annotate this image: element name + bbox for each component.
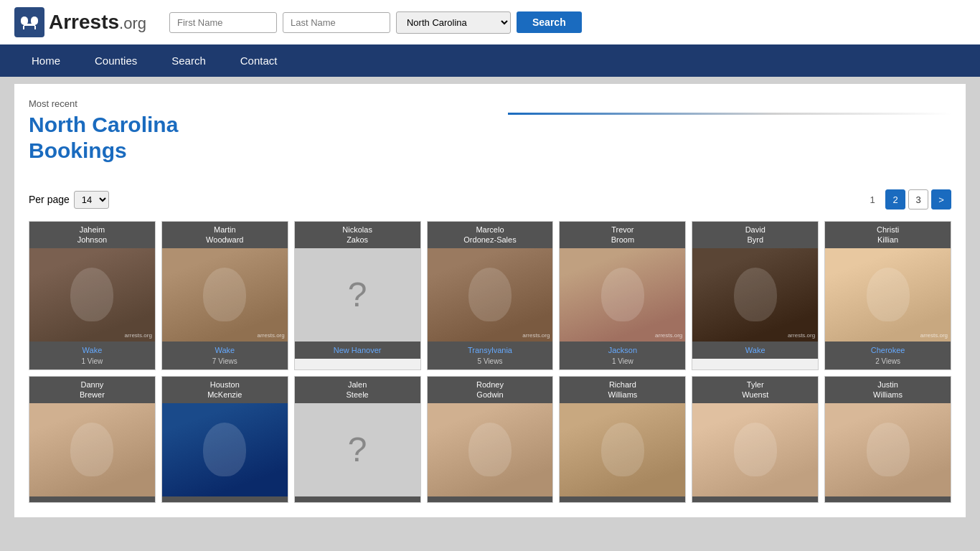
search-form: North CarolinaAlabamaAlaskaArizonaArkans… — [169, 11, 966, 34]
booking-card-david-byrd[interactable]: DavidByrd arrests.org Wake — [692, 221, 819, 370]
card-name: DannyBrewer — [29, 377, 155, 403]
nav-search[interactable]: Search — [154, 44, 223, 77]
card-name: MartinWoodward — [162, 222, 288, 248]
bookings-grid: JaheimJohnson arrests.org Wake 1 View Ma… — [29, 221, 951, 503]
booking-card-jaheim-johnson[interactable]: JaheimJohnson arrests.org Wake 1 View — [29, 221, 156, 370]
mugshot-photo — [560, 403, 685, 496]
per-page-area: Per page 7 14 21 28 — [29, 191, 109, 209]
svg-rect-4 — [34, 26, 36, 29]
card-footer — [428, 496, 553, 502]
booking-card-danny-brewer[interactable]: DannyBrewer — [29, 376, 156, 503]
card-footer: Transylvania 5 Views — [428, 342, 553, 370]
mugshot-photo — [428, 403, 553, 496]
site-header: Arrests.org North CarolinaAlabamaAlaskaA… — [0, 0, 980, 44]
booking-card-tyler-wuenst[interactable]: TylerWuenst — [692, 376, 819, 503]
controls-bar: Per page 7 14 21 28 1 2 3 > — [29, 189, 951, 209]
mugshot-photo: arrests.org — [692, 248, 818, 342]
page-2-button[interactable]: 2 — [885, 189, 905, 209]
card-footer: Cherokee 2 Views — [825, 342, 951, 370]
booking-card-houston-mckenzie[interactable]: HoustonMcKenzie — [161, 376, 288, 503]
views-count: 7 Views — [164, 356, 286, 367]
county-link[interactable]: Wake — [164, 344, 286, 357]
nav-home[interactable]: Home — [14, 44, 77, 77]
mugshot-photo: arrests.org — [560, 248, 685, 342]
main-nav: HomeCountiesSearchContact — [0, 44, 980, 77]
logo-text: Arrests.org — [49, 11, 146, 34]
mugshot-photo: arrests.org — [162, 248, 288, 342]
card-name: RichardWilliams — [560, 377, 685, 403]
card-name: ChristiKillian — [825, 222, 951, 248]
mugshot-photo — [29, 403, 155, 496]
search-button[interactable]: Search — [517, 11, 582, 33]
mugshot-placeholder: ? — [295, 248, 420, 342]
mugshot-photo: arrests.org — [29, 248, 155, 342]
views-count: 1 View — [32, 356, 153, 367]
state-select[interactable]: North CarolinaAlabamaAlaskaArizonaArkans… — [396, 11, 511, 34]
mugshot-photo — [692, 403, 818, 496]
card-name: TrevorBroom — [560, 222, 685, 248]
card-name: TylerWuenst — [692, 377, 818, 403]
nav-counties[interactable]: Counties — [77, 44, 154, 77]
most-recent-label: Most recent — [29, 98, 178, 109]
county-link[interactable]: New Hanover — [297, 344, 418, 357]
mugshot-photo — [825, 403, 951, 496]
nav-contact[interactable]: Contact — [223, 44, 295, 77]
per-page-label: Per page — [29, 194, 70, 205]
county-link[interactable]: Wake — [694, 344, 816, 357]
card-footer — [162, 496, 288, 502]
booking-card-christi-killian[interactable]: ChristiKillian arrests.org Cherokee 2 Vi… — [824, 221, 951, 370]
views-count: 5 Views — [430, 356, 551, 367]
booking-card-martin-woodward[interactable]: MartinWoodward arrests.org Wake 7 Views — [161, 221, 288, 370]
views-count: 1 View — [562, 356, 683, 367]
svg-rect-2 — [24, 24, 35, 26]
mugshot-photo — [162, 403, 288, 496]
mugshot-photo: arrests.org — [428, 248, 553, 342]
card-footer — [825, 496, 951, 502]
card-footer — [295, 496, 420, 502]
booking-card-jalen-steele[interactable]: JalenSteele ? — [294, 376, 421, 503]
booking-card-richard-williams[interactable]: RichardWilliams — [559, 376, 686, 503]
card-name: DavidByrd — [692, 222, 818, 248]
county-link[interactable]: Cherokee — [827, 344, 948, 357]
booking-card-trevor-broom[interactable]: TrevorBroom arrests.org Jackson 1 View — [559, 221, 686, 370]
booking-card-marcelo-ordonez-sales[interactable]: MarceloOrdonez-Sales arrests.org Transyl… — [427, 221, 554, 370]
main-content: Most recent North CarolinaBookings Per p… — [14, 84, 966, 517]
booking-card-nickolas-zakos[interactable]: NickolasZakos ? New Hanover — [294, 221, 421, 370]
card-name: JalenSteele — [295, 377, 420, 403]
per-page-select[interactable]: 7 14 21 28 — [74, 191, 109, 209]
card-footer: Wake 1 View — [29, 342, 155, 370]
card-footer: Wake — [692, 342, 818, 359]
county-link[interactable]: Jackson — [562, 344, 683, 357]
card-name: JaheimJohnson — [29, 222, 155, 248]
card-footer — [692, 496, 818, 502]
card-name: RodneyGodwin — [428, 377, 553, 403]
card-footer: New Hanover — [295, 342, 420, 359]
card-name: NickolasZakos — [295, 222, 420, 248]
logo-area[interactable]: Arrests.org — [14, 7, 146, 37]
card-name: JustinWilliams — [825, 377, 951, 403]
card-footer: Jackson 1 View — [560, 342, 685, 370]
page-title: North CarolinaBookings — [29, 112, 178, 164]
card-name: HoustonMcKenzie — [162, 377, 288, 403]
card-name: MarceloOrdonez-Sales — [428, 222, 553, 248]
page-1-plain: 1 — [862, 189, 882, 209]
page-3-button[interactable]: 3 — [908, 189, 928, 209]
county-link[interactable]: Wake — [32, 344, 153, 357]
page-next-button[interactable]: > — [931, 189, 951, 209]
county-link[interactable]: Transylvania — [430, 344, 551, 357]
first-name-input[interactable] — [169, 12, 277, 33]
booking-card-justin-williams[interactable]: JustinWilliams — [824, 376, 951, 503]
views-count: 2 Views — [827, 356, 948, 367]
mugshot-photo: arrests.org — [825, 248, 951, 342]
card-footer — [29, 496, 155, 502]
pagination: 1 2 3 > — [862, 189, 951, 209]
card-footer — [560, 496, 685, 502]
svg-rect-3 — [23, 26, 24, 29]
mugshot-placeholder: ? — [295, 403, 420, 496]
booking-card-rodney-godwin[interactable]: RodneyGodwin — [427, 376, 554, 503]
title-area: Most recent North CarolinaBookings — [29, 98, 178, 164]
card-footer: Wake 7 Views — [162, 342, 288, 370]
last-name-input[interactable] — [283, 12, 390, 33]
logo-icon — [14, 7, 44, 37]
